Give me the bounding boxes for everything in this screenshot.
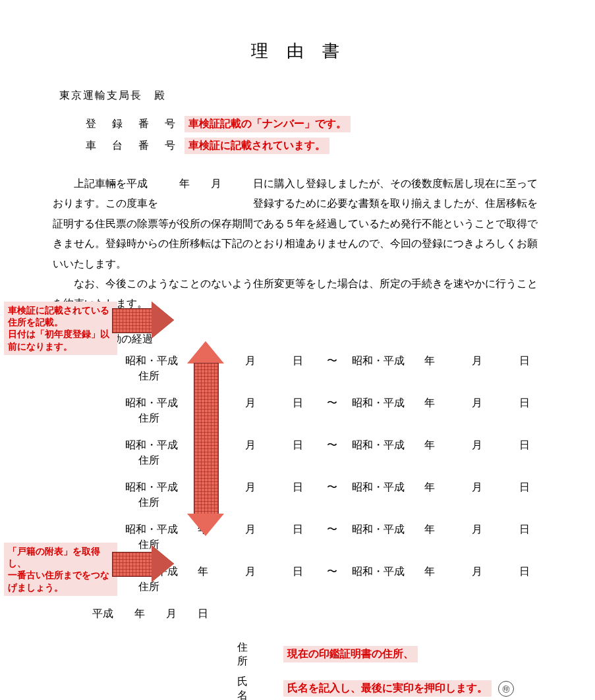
signature-name-label: 氏 名 <box>237 675 283 700</box>
signature-name-note: 氏名を記入し、最後に実印を押印します。 <box>283 680 492 697</box>
era-to: 昭和・平成 <box>352 439 424 452</box>
address-label: 住所 <box>138 580 555 594</box>
year-label: 年 <box>424 354 444 368</box>
month-label: 月 <box>472 439 492 452</box>
year-label: 年 <box>198 565 217 579</box>
tilde: 〜 <box>312 439 352 452</box>
registration-number-label: 登 録 番 号 <box>86 117 184 131</box>
era-from: 昭和・平成 <box>125 439 198 452</box>
body-paragraph-1: 上記車輛を平成 年 月 日に購入し登録しましたが、その後数度転居し現在に至ってお… <box>53 174 542 274</box>
tilde: 〜 <box>312 481 352 495</box>
tilde: 〜 <box>312 396 352 410</box>
tilde: 〜 <box>312 523 352 537</box>
tilde: 〜 <box>312 354 352 368</box>
registration-number-note: 車検証記載の「ナンバー」です。 <box>184 116 351 132</box>
annotation-note-1: 車検証に記載されている住所を記載。 日付は「初年度登録」以前になります。 <box>4 302 117 355</box>
day-label: 日 <box>293 396 312 410</box>
history-heading: 住所移動の経過 <box>79 333 555 346</box>
month-label: 月 <box>245 439 265 452</box>
month-label: 月 <box>472 565 492 579</box>
chassis-number-note: 車検証に記載されています。 <box>184 138 329 154</box>
chassis-number-label: 車 台 番 号 <box>86 139 184 153</box>
day-label: 日 <box>293 354 312 368</box>
address-label: 住所 <box>138 538 555 552</box>
month-label: 月 <box>245 354 265 368</box>
signature-date: 平成 年 月 日 <box>92 607 555 621</box>
day-label: 日 <box>519 439 539 452</box>
tilde: 〜 <box>312 565 352 579</box>
year-label: 年 <box>424 523 444 537</box>
era-to: 昭和・平成 <box>352 565 424 579</box>
day-label: 日 <box>519 481 539 495</box>
day-label: 日 <box>293 565 312 579</box>
day-label: 日 <box>519 396 539 410</box>
document-title: 理由書 <box>53 40 555 63</box>
month-label: 月 <box>472 481 492 495</box>
day-label: 日 <box>293 523 312 537</box>
day-label: 日 <box>519 523 539 537</box>
month-label: 月 <box>245 396 265 410</box>
month-label: 月 <box>472 523 492 537</box>
year-label: 年 <box>424 481 444 495</box>
day-label: 日 <box>293 439 312 452</box>
addressee: 東京運輸支局長 殿 <box>59 89 555 103</box>
era-to: 昭和・平成 <box>352 481 424 495</box>
year-label: 年 <box>424 565 444 579</box>
annotation-note-2: 「戸籍の附表」を取得し、 一番古い住所までをつなげましょう。 <box>4 543 117 596</box>
history-row: 昭和・平成 年 月 日 〜 昭和・平成 年 月 日 住所 <box>125 481 555 510</box>
day-label: 日 <box>293 481 312 495</box>
month-label: 月 <box>472 396 492 410</box>
seal-icon: ㊞ <box>498 681 514 697</box>
era-from: 昭和・平成 <box>125 396 198 410</box>
history-row: 昭和・平成 年 月 日 〜 昭和・平成 年 月 日 住所 <box>125 439 555 468</box>
year-label: 年 <box>424 396 444 410</box>
signature-address-note: 現在の印鑑証明書の住所、 <box>283 646 418 662</box>
history-row: 昭和・平成 年 月 日 〜 昭和・平成 年 月 日 住所 <box>125 396 555 425</box>
day-label: 日 <box>519 354 539 368</box>
year-label: 年 <box>424 439 444 452</box>
era-from: 昭和・平成 <box>125 481 198 495</box>
history-row: 昭和・平成 年 月 日 〜 昭和・平成 年 月 日 住所 <box>125 565 555 594</box>
era-to: 昭和・平成 <box>352 396 424 410</box>
day-label: 日 <box>519 565 539 579</box>
month-label: 月 <box>245 523 265 537</box>
month-label: 月 <box>472 354 492 368</box>
era-to: 昭和・平成 <box>352 523 424 537</box>
month-label: 月 <box>245 565 265 579</box>
signature-address-label: 住 所 <box>237 641 283 668</box>
address-history: 昭和・平成 年 月 日 〜 昭和・平成 年 月 日 住所 昭和・平成 年 月 <box>125 354 555 594</box>
month-label: 月 <box>245 481 265 495</box>
era-to: 昭和・平成 <box>352 354 424 368</box>
